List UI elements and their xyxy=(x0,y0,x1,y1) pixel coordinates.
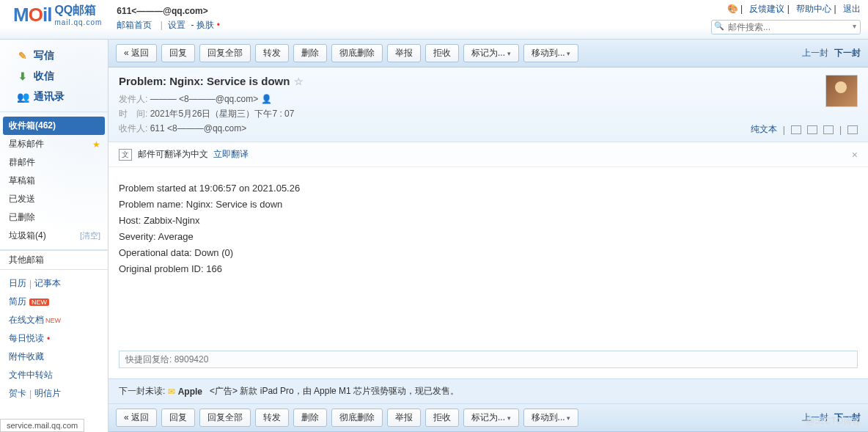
delete-perm-button[interactable]: 彻底删除 xyxy=(331,409,383,427)
new-badge: NEW xyxy=(29,299,49,306)
export-icon[interactable] xyxy=(823,125,834,134)
link-notes[interactable]: 记事本 xyxy=(34,277,61,290)
inbox-icon: ⬇ xyxy=(16,71,29,81)
header-right: 🎨 | 反馈建议 | 帮助中心 | 退出 xyxy=(711,3,861,34)
sidebar-resume[interactable]: 简历NEW xyxy=(0,293,108,311)
sender-avatar[interactable] xyxy=(825,75,858,107)
forward-button[interactable]: 转发 xyxy=(255,44,289,62)
mail-body-line: Problem started at 19:06:57 on 2021.05.2… xyxy=(119,180,858,197)
link-mailbox-home[interactable]: 邮箱首页 xyxy=(117,20,152,30)
delete-button[interactable]: 删除 xyxy=(293,44,327,62)
mail-subject: Problem: Nginx: Service is down ☆ xyxy=(119,75,858,87)
mail-body-line: Original problem ID: 166 xyxy=(119,261,858,277)
link-card[interactable]: 贺卡 xyxy=(9,387,26,400)
back-button[interactable]: « 返回 xyxy=(116,44,157,62)
translate-icon: 文 xyxy=(119,149,132,161)
contacts-button[interactable]: 👥通讯录 xyxy=(0,87,108,107)
folder-deleted[interactable]: 已删除 xyxy=(0,208,108,227)
logo-icon: MOil xyxy=(13,4,51,26)
spam-clear-link[interactable]: [清空] xyxy=(80,230,100,241)
prev-mail-link[interactable]: 上一封 xyxy=(802,47,828,59)
window-icon[interactable] xyxy=(791,125,801,134)
sidebar-card-postcard: 贺卡|明信片 xyxy=(0,384,108,403)
quick-reply-input[interactable] xyxy=(119,351,858,368)
newwin-icon[interactable] xyxy=(847,125,858,134)
main-content: « 返回 回复 回复全部 转发 删除 彻底删除 举报 拒收 标记为... 移动到… xyxy=(108,40,868,432)
sidebar-calendar-notes: 日历|记事本 xyxy=(0,274,108,293)
translate-now-link[interactable]: 立即翻译 xyxy=(213,148,249,161)
folder-sent[interactable]: 已发送 xyxy=(0,190,108,208)
reply-button[interactable]: 回复 xyxy=(161,44,195,62)
reject-button[interactable]: 拒收 xyxy=(425,409,459,427)
envelope-icon: ✉ xyxy=(168,387,175,397)
link-feedback[interactable]: 反馈建议 xyxy=(749,4,784,14)
link-settings[interactable]: 设置 xyxy=(168,20,185,30)
link-logout[interactable]: 退出 xyxy=(843,4,861,14)
folder-other-mail[interactable]: 其他邮箱 xyxy=(0,250,108,270)
pencil-icon: ✎ xyxy=(16,51,29,61)
contact-icon[interactable]: 👤 xyxy=(261,94,272,104)
mark-as-dropdown[interactable]: 标记为... xyxy=(463,409,519,427)
contacts-icon: 👥 xyxy=(16,92,29,102)
folder-drafts[interactable]: 草稿箱 xyxy=(0,172,108,190)
forward-button[interactable]: 转发 xyxy=(255,409,289,427)
sidebar-daily[interactable]: 每日悦读• xyxy=(0,329,108,348)
toolbar-bottom: « 返回 回复 回复全部 转发 删除 彻底删除 举报 拒收 标记为... 移动到… xyxy=(108,404,868,432)
report-button[interactable]: 举报 xyxy=(387,409,421,427)
print-icon[interactable] xyxy=(807,125,817,134)
mail-header: Problem: Nginx: Service is down ☆ 发件人: —… xyxy=(108,67,868,142)
sidebar-docs[interactable]: 在线文档NEW xyxy=(0,311,108,329)
app-header: MOil QQ邮箱 mail.qq.com 611<———@qq.com> 邮箱… xyxy=(0,0,868,40)
logo-brand: QQ邮箱 xyxy=(54,3,102,18)
palette-icon[interactable]: 🎨 xyxy=(727,4,738,14)
close-icon[interactable]: × xyxy=(852,149,858,161)
delete-perm-button[interactable]: 彻底删除 xyxy=(331,44,383,62)
header-user-block: 611<———@qq.com> 邮箱首页 | 设置 - 换肤• xyxy=(117,3,220,32)
sidebar-attachments[interactable]: 附件收藏 xyxy=(0,348,108,366)
sidebar-transfer[interactable]: 文件中转站 xyxy=(0,366,108,384)
reply-button[interactable]: 回复 xyxy=(161,409,195,427)
folder-inbox[interactable]: 收件箱(462) xyxy=(3,117,105,135)
mail-body-line: Problem name: Nginx: Service is down xyxy=(119,197,858,213)
translate-bar: 文 邮件可翻译为中文 立即翻译 × xyxy=(108,142,868,167)
compose-button[interactable]: ✎写信 xyxy=(0,45,108,66)
mail-to: 611 <8———@qq.com> xyxy=(150,123,247,133)
link-postcard[interactable]: 明信片 xyxy=(34,387,61,400)
link-calendar[interactable]: 日历 xyxy=(9,277,26,290)
watermark: @51CTO博客 xyxy=(806,415,861,428)
delete-button[interactable]: 删除 xyxy=(293,409,327,427)
reject-button[interactable]: 拒收 xyxy=(425,44,459,62)
folder-spam[interactable]: 垃圾箱(4)[清空] xyxy=(0,227,108,245)
logo-subtitle: mail.qq.com xyxy=(54,18,102,26)
current-user: 611<———@qq.com> xyxy=(117,6,220,16)
quick-reply xyxy=(119,351,858,368)
back-button[interactable]: « 返回 xyxy=(116,409,157,427)
move-to-dropdown[interactable]: 移动到... xyxy=(523,44,579,62)
search-input[interactable] xyxy=(711,20,861,34)
link-help[interactable]: 帮助中心 xyxy=(796,4,831,14)
plaintext-link[interactable]: 纯文本 xyxy=(751,123,777,136)
folder-starred[interactable]: 星标邮件★ xyxy=(0,135,108,153)
mail-meta: 发件人: ——— <8———@qq.com> 👤 时 间: 2021年5月26日… xyxy=(119,92,858,136)
receive-button[interactable]: ⬇收信 xyxy=(0,66,108,87)
mark-as-dropdown[interactable]: 标记为... xyxy=(463,44,519,62)
logo[interactable]: MOil QQ邮箱 mail.qq.com xyxy=(13,3,102,26)
next-mail-link[interactable]: 下一封 xyxy=(834,47,861,59)
star-toggle-icon[interactable]: ☆ xyxy=(294,76,304,87)
mail-time: 2021年5月26日（星期三）下午7 : 07 xyxy=(150,109,295,119)
new-badge: NEW xyxy=(45,317,61,324)
folder-group[interactable]: 群邮件 xyxy=(0,153,108,172)
star-icon: ★ xyxy=(92,139,100,150)
report-button[interactable]: 举报 xyxy=(387,44,421,62)
reply-all-button[interactable]: 回复全部 xyxy=(199,44,251,62)
reply-all-button[interactable]: 回复全部 xyxy=(199,409,251,427)
mail-from: ——— <8———@qq.com> xyxy=(150,94,259,104)
next-subject: <广告> 新款 iPad Pro，由 Apple M1 芯片强势驱动，现已发售。 xyxy=(210,385,459,398)
link-skin[interactable]: 换肤 xyxy=(196,20,214,30)
dot-icon: • xyxy=(47,334,50,344)
toolbar-top: « 返回 回复 回复全部 转发 删除 彻底删除 举报 拒收 标记为... 移动到… xyxy=(108,40,868,67)
move-to-dropdown[interactable]: 移动到... xyxy=(523,409,579,427)
next-unread-bar[interactable]: 下一封未读: ✉ Apple <广告> 新款 iPad Pro，由 Apple … xyxy=(108,378,868,404)
mail-body-line: Severity: Average xyxy=(119,229,858,245)
status-bar: service.mail.qq.com xyxy=(0,419,84,432)
